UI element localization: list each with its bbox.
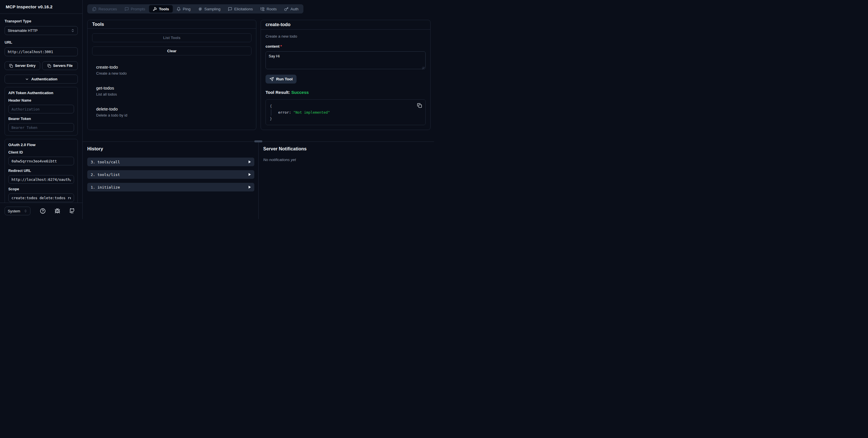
history-row-initialize[interactable]: 1. initialize — [87, 183, 254, 191]
hammer-icon — [153, 7, 157, 11]
chevrons-up-down-icon — [71, 29, 74, 32]
expand-arrow-icon — [249, 186, 251, 189]
tab-resources[interactable]: Resources — [88, 5, 121, 12]
header-name-label: Header Name — [8, 98, 74, 102]
tool-name: delete-todo — [96, 106, 247, 112]
resize-grip[interactable] — [422, 67, 425, 69]
folder-tree-icon — [260, 7, 265, 11]
history-row-label: 3. tools/call — [91, 160, 120, 164]
json-error-line: error: "Not implemented" — [271, 110, 422, 116]
bug-icon[interactable] — [55, 208, 60, 214]
history-row-tools-call[interactable]: 3. tools/call — [87, 158, 254, 166]
json-string-value: "Not implemented" — [293, 110, 330, 115]
oauth-title: OAuth 2.0 Flow — [8, 143, 74, 147]
redirect-url-input[interactable] — [11, 177, 71, 182]
server-entry-button[interactable]: Server Entry — [5, 61, 40, 70]
bearer-token-input[interactable] — [11, 125, 71, 130]
message-square-icon — [228, 7, 232, 11]
history-row-tools-list[interactable]: 2. tools/list — [87, 170, 254, 179]
tool-name: create-todo — [96, 65, 247, 69]
url-input[interactable] — [8, 50, 74, 54]
content-textarea[interactable] — [266, 51, 426, 69]
client-id-input[interactable] — [11, 159, 71, 163]
top-section: Tools List Tools Clear create-todo Creat… — [87, 20, 431, 130]
run-tool-label: Run Tool — [276, 77, 292, 81]
result-json: { error: "Not implemented" } — [270, 103, 422, 122]
url-group: URL — [5, 40, 78, 56]
tab-bar: Resources Prompts Tools Ping — [87, 4, 303, 13]
authentication-toggle[interactable]: Authentication — [5, 74, 78, 84]
transport-type-select[interactable]: Streamable HTTP — [5, 26, 78, 35]
servers-file-button[interactable]: Servers File — [42, 61, 78, 70]
files-icon — [92, 7, 96, 11]
tab-sampling[interactable]: Sampling — [194, 5, 224, 12]
tool-list-item-get-todos[interactable]: get-todos List all todos — [92, 83, 251, 99]
expand-arrow-icon — [249, 160, 251, 163]
tool-detail-header: create-todo — [261, 20, 430, 30]
hash-icon — [198, 7, 203, 11]
chevrons-up-down-icon — [24, 209, 27, 213]
tab-sampling-label: Sampling — [205, 7, 220, 11]
tab-auth[interactable]: Auth — [280, 5, 302, 12]
main-area: Resources Prompts Tools Ping — [83, 0, 434, 219]
content-textarea-wrap — [266, 51, 426, 70]
help-icon[interactable] — [40, 208, 45, 214]
footer-icons — [40, 208, 78, 214]
tab-tools-label: Tools — [159, 7, 169, 11]
tab-resources-label: Resources — [98, 7, 117, 11]
tools-panel: Tools List Tools Clear create-todo Creat… — [87, 20, 256, 130]
copy-icon — [9, 64, 13, 68]
github-icon[interactable] — [69, 208, 75, 214]
sidebar-actions: Server Entry Servers File — [5, 61, 78, 70]
run-tool-button[interactable]: Run Tool — [266, 74, 297, 84]
history-row-label: 2. tools/list — [91, 173, 120, 177]
tool-list: create-todo Create a new todo get-todos … — [92, 62, 251, 120]
tool-list-item-create-todo[interactable]: create-todo Create a new todo — [92, 62, 251, 79]
servers-file-label: Servers File — [53, 64, 73, 68]
scope-input[interactable] — [11, 196, 71, 200]
api-token-card: API Token Authentication Header Name Bea… — [5, 87, 78, 135]
tool-result-label: Tool Result: — [266, 90, 290, 95]
url-input-wrap — [5, 48, 78, 56]
transport-type-label: Transport Type — [5, 19, 78, 23]
tool-list-item-delete-todo[interactable]: delete-todo Delete a todo by id — [92, 104, 251, 120]
tab-ping-label: Ping — [183, 7, 191, 11]
bearer-token-input-wrap — [8, 123, 74, 132]
json-close-brace: } — [270, 116, 422, 122]
tools-panel-title: Tools — [92, 22, 104, 27]
tab-ping[interactable]: Ping — [173, 5, 194, 12]
tool-result-box: { error: "Not implemented" } — [266, 99, 426, 125]
tab-tools[interactable]: Tools — [149, 5, 173, 12]
header-name-input-wrap — [8, 105, 74, 114]
redirect-url-input-wrap — [8, 175, 74, 184]
tools-panel-header: Tools — [88, 20, 256, 29]
chevron-down-icon — [25, 77, 29, 81]
header-name-input[interactable] — [11, 107, 71, 112]
tab-elicitations[interactable]: Elicitations — [224, 5, 257, 12]
copy-result-button[interactable] — [417, 103, 422, 108]
history-row-label: 1. initialize — [91, 185, 120, 189]
list-tools-button[interactable]: List Tools — [92, 33, 251, 42]
tab-auth-label: Auth — [290, 7, 299, 11]
sidebar-body: Transport Type Streamable HTTP URL — [0, 14, 82, 202]
send-icon — [270, 77, 274, 81]
tab-roots[interactable]: Roots — [257, 5, 280, 12]
tool-description: Delete a todo by id — [96, 113, 247, 117]
sidebar-header: MCP Inspector v0.16.2 — [0, 0, 82, 14]
transport-type-value: Streamable HTTP — [8, 28, 38, 33]
history-panel: History 3. tools/call 2. tools/list 1. i… — [83, 142, 258, 219]
theme-select[interactable]: System — [5, 207, 30, 215]
tab-prompts[interactable]: Prompts — [121, 5, 149, 12]
api-token-title: API Token Authentication — [8, 91, 74, 95]
authentication-toggle-label: Authentication — [31, 77, 57, 81]
clear-button[interactable]: Clear — [92, 46, 251, 55]
content-field-label: content* — [266, 44, 426, 49]
scope-input-wrap — [8, 193, 74, 202]
oauth-card: OAuth 2.0 Flow Client ID Redirect URL Sc… — [5, 139, 78, 202]
tool-detail-description: Create a new todo — [266, 34, 426, 38]
tool-detail-body: Create a new todo content* Run Tool — [261, 30, 430, 130]
content-label-text: content — [266, 44, 280, 49]
panel-resize-handle[interactable] — [254, 140, 262, 143]
server-notifications-title: Server Notifications — [263, 146, 429, 152]
transport-group: Transport Type Streamable HTTP — [5, 19, 78, 35]
